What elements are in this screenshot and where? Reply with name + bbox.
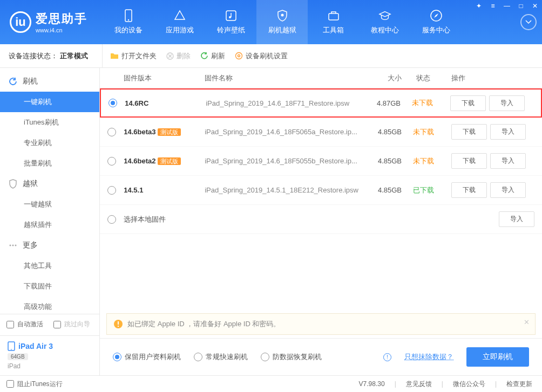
sidebar-item-itunes-flash[interactable]: iTunes刷机 [0, 112, 99, 133]
svg-point-4 [281, 14, 283, 17]
firmware-status: 已下载 [402, 185, 445, 195]
nav-label: 工具箱 [323, 25, 344, 35]
sidebar-item-onekey-flash[interactable]: 一键刷机 [0, 92, 99, 112]
skip-guide-checkbox[interactable] [53, 321, 61, 328]
close-button[interactable]: ✕ [528, 0, 542, 12]
appleid-notice: 如已绑定 Apple ID ，请准备好 Apple ID 和密码。 ✕ [106, 313, 536, 335]
import-button[interactable]: 导入 [489, 95, 525, 111]
shield-icon [276, 9, 289, 22]
auto-activate-checkbox[interactable] [6, 321, 14, 328]
sidebar-item-download-firmware[interactable]: 下载固件 [0, 276, 99, 297]
nav-tutorials[interactable]: 教程中心 [359, 0, 410, 44]
nav-label: 教程中心 [371, 25, 399, 35]
wechat-link[interactable]: 微信公众号 [453, 380, 485, 389]
side-menu: 刷机 一键刷机 iTunes刷机 专业刷机 批量刷机 越狱 一键越狱 越狱插件 … [0, 68, 99, 314]
sidebar-item-jailbreak-plugin[interactable]: 越狱插件 [0, 215, 99, 235]
info-icon: ! [383, 353, 391, 361]
sidebar-item-advanced[interactable]: 高级功能 [0, 297, 99, 314]
feedback-link[interactable]: 意见反馈 [406, 380, 432, 389]
svg-point-1 [127, 19, 128, 20]
radio-icon[interactable] [107, 186, 116, 195]
sidebar-options: 自动激活 跳过向导 [0, 314, 99, 335]
opt-keep-data[interactable]: 保留用户资料刷机 [113, 352, 181, 362]
col-action: 操作 [445, 73, 534, 83]
block-itunes-checkbox[interactable] [6, 380, 14, 388]
chevron-down-icon [520, 14, 537, 30]
erase-data-link[interactable]: 只想抹除数据？ [404, 352, 453, 362]
compass-icon [430, 9, 443, 22]
download-button[interactable]: 下载 [451, 124, 487, 140]
phone-icon [122, 9, 135, 22]
sidebar-item-pro-flash[interactable]: 专业刷机 [0, 133, 99, 153]
shield-icon [9, 179, 17, 189]
sidebar-item-batch-flash[interactable]: 批量刷机 [0, 153, 99, 174]
firmware-version: 14.6RC [125, 99, 206, 107]
opt-normal-fast[interactable]: 常规快速刷机 [194, 352, 248, 362]
connection-status: 设备连接状态：正常模式 [0, 44, 103, 67]
flash-options: 保留用户资料刷机 常规快速刷机 防数据恢复刷机 ! 只想抹除数据？ 立即刷机 [100, 338, 542, 375]
firmware-size: 4.85GB [358, 186, 402, 194]
import-button[interactable]: 导入 [490, 153, 526, 169]
opt-anti-loss[interactable]: 防数据恢复刷机 [261, 352, 322, 362]
window-controls: ✦ ≡ — □ ✕ [472, 0, 542, 12]
flash-now-button[interactable]: 立即刷机 [466, 347, 529, 367]
menu-button[interactable]: ≡ [486, 0, 500, 12]
device-name[interactable]: iPad Air 3 [8, 341, 92, 351]
toolbar: 打开文件夹 删除 刷新 设备刷机设置 [103, 44, 542, 67]
col-name: 固件名称 [205, 73, 358, 83]
svg-point-3 [229, 16, 231, 18]
music-icon [225, 9, 238, 22]
nav-ringtones[interactable]: 铃声壁纸 [205, 0, 256, 44]
download-button[interactable]: 下载 [451, 182, 487, 198]
radio-icon[interactable] [109, 99, 117, 107]
import-button[interactable]: 导入 [499, 211, 534, 227]
radio-icon[interactable] [107, 215, 116, 224]
open-folder-button[interactable]: 打开文件夹 [110, 51, 157, 61]
svg-point-11 [12, 245, 14, 246]
svg-point-14 [11, 349, 12, 350]
firmware-row[interactable]: 14.6beta2测试版iPad_Spring_2019_14.6_18F505… [100, 147, 542, 176]
device-type: iPad [8, 362, 92, 370]
sidebar-group-jailbreak[interactable]: 越狱 [0, 174, 99, 194]
download-button[interactable]: 下载 [451, 153, 487, 169]
nav-service[interactable]: 服务中心 [410, 0, 462, 44]
sidebar-item-other-tools[interactable]: 其他工具 [0, 256, 99, 276]
flash-settings-button[interactable]: 设备刷机设置 [235, 51, 288, 61]
sidebar-item-onekey-jailbreak[interactable]: 一键越狱 [0, 194, 99, 215]
nav-label: 铃声壁纸 [217, 25, 245, 35]
refresh-button[interactable]: 刷新 [200, 51, 225, 61]
local-firmware-row[interactable]: 选择本地固件导入 [100, 205, 542, 234]
main-area: 刷机 一键刷机 iTunes刷机 专业刷机 批量刷机 越狱 一键越狱 越狱插件 … [0, 68, 542, 375]
firmware-row[interactable]: 14.6RCiPad_Spring_2019_14.6_18F71_Restor… [100, 88, 542, 118]
firmware-version: 14.6beta2测试版 [124, 157, 205, 166]
sidebar-group-more[interactable]: 更多 [0, 235, 99, 256]
nav-my-device[interactable]: 我的设备 [103, 0, 154, 44]
check-update-link[interactable]: 检查更新 [506, 380, 532, 389]
import-button[interactable]: 导入 [490, 182, 526, 198]
skin-button[interactable]: ✦ [472, 0, 486, 12]
firmware-version: 14.6beta3测试版 [124, 128, 205, 136]
download-button[interactable]: 下载 [450, 95, 486, 111]
more-icon [9, 241, 17, 250]
nav-label: 我的设备 [114, 25, 143, 35]
delete-button[interactable]: 删除 [166, 51, 191, 61]
app-title: 爱思助手 [36, 11, 87, 27]
radio-icon[interactable] [107, 128, 116, 136]
radio-icon[interactable] [107, 157, 116, 166]
minimize-button[interactable]: — [500, 0, 514, 12]
firmware-row[interactable]: 14.6beta3测试版iPad_Spring_2019_14.6_18F506… [100, 118, 542, 147]
nav-apps[interactable]: 应用游戏 [154, 0, 205, 44]
firmware-row[interactable]: 14.5.1iPad_Spring_2019_14.5.1_18E212_Res… [100, 176, 542, 205]
import-button[interactable]: 导入 [490, 124, 526, 140]
nav-toolbox[interactable]: 工具箱 [308, 0, 359, 44]
firmware-status: 未下载 [402, 127, 445, 137]
maximize-button[interactable]: □ [514, 0, 528, 12]
appstore-icon [173, 9, 186, 22]
device-info: iPad Air 3 64GB iPad [0, 335, 99, 375]
notice-close-icon[interactable]: ✕ [524, 318, 530, 326]
sidebar-group-flash[interactable]: 刷机 [0, 71, 99, 92]
nav-flash-jailbreak[interactable]: 刷机越狱 [256, 0, 308, 44]
table-header: 固件版本 固件名称 大小 状态 操作 [100, 68, 542, 88]
radio-icon [261, 353, 269, 361]
col-status: 状态 [402, 73, 445, 83]
